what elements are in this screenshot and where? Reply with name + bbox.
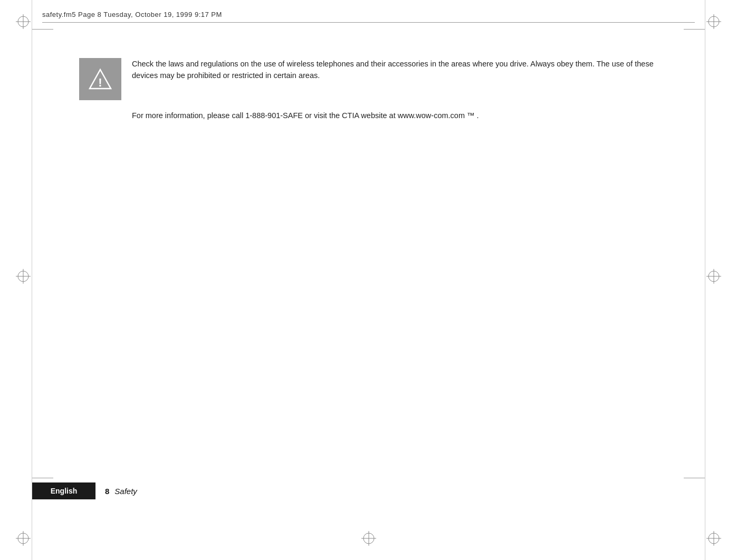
border-line-left	[32, 0, 32, 560]
bottom-rule-left	[32, 478, 53, 478]
bottom-rule-right	[684, 478, 705, 478]
header-text: safety.fm5 Page 8 Tuesday, October 19, 1…	[42, 11, 222, 18]
top-rule-left	[32, 29, 53, 30]
section-label: Safety	[114, 487, 137, 496]
reg-mark-bottom-right	[706, 531, 721, 546]
warning-body-text: Check the laws and regulations on the us…	[132, 58, 658, 82]
reg-mark-top-right	[706, 14, 721, 29]
reg-mark-top-left	[16, 14, 31, 29]
reg-mark-bottom-left	[16, 531, 31, 546]
border-line-right	[705, 0, 705, 560]
reg-mark-mid-right	[706, 269, 721, 284]
warning-block: ! Check the laws and regulations on the …	[79, 58, 658, 100]
main-content: ! Check the laws and regulations on the …	[79, 58, 658, 121]
footer: English 8 Safety	[32, 482, 705, 499]
warning-icon-box: !	[79, 58, 121, 100]
reg-mark-bottom-center	[361, 531, 376, 546]
page-number: 8	[105, 487, 109, 496]
reg-mark-mid-left	[16, 269, 31, 284]
svg-text:!: !	[98, 76, 102, 89]
language-label: English	[32, 482, 95, 499]
page-header: safety.fm5 Page 8 Tuesday, October 19, 1…	[42, 9, 695, 23]
warning-triangle-icon: !	[89, 67, 112, 91]
top-rule-right	[684, 29, 705, 30]
info-text: For more information, please call 1-888-…	[132, 110, 658, 121]
